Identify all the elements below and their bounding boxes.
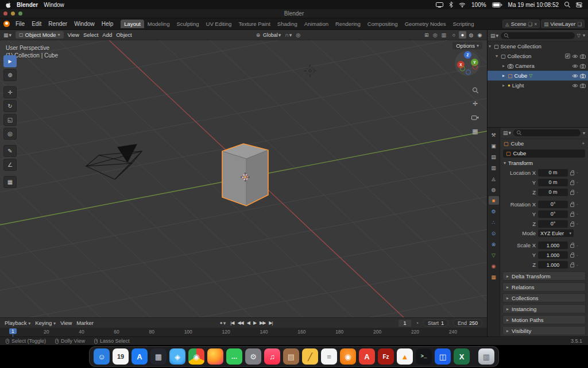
tool-add-cube-button[interactable]: ▦	[3, 176, 17, 188]
section-motion-paths[interactable]: ▸ Motion Paths	[502, 315, 586, 324]
expand-icon[interactable]: ▾	[494, 53, 499, 59]
apple-menu-icon[interactable]	[6, 2, 11, 8]
outliner-row-collection[interactable]: ▾ ▢ Collection ✓	[488, 51, 588, 61]
outliner-row-camera[interactable]: ▸ Camera	[488, 61, 588, 71]
close-window-button[interactable]	[3, 12, 7, 16]
workspace-tab-texture-paint[interactable]: Texture Paint	[235, 20, 273, 28]
timeline-menu-view[interactable]: View	[60, 320, 72, 326]
lock-icon[interactable]	[570, 254, 574, 258]
expand-icon[interactable]: ▸	[501, 73, 506, 78]
toggle-ortho-icon[interactable]: ▦	[470, 126, 480, 136]
lock-icon[interactable]	[570, 182, 574, 185]
snapping-toggle[interactable]: ∩▾	[285, 32, 292, 38]
workspace-tab-uv-editing[interactable]: UV Editing	[203, 20, 235, 28]
render-visibility-icon[interactable]	[580, 54, 586, 59]
properties-tab-view-layer[interactable]: ▥	[489, 163, 499, 172]
dock-icon-system-settings[interactable]: ⚙	[245, 348, 261, 365]
macos-window-menu[interactable]: Window	[44, 2, 64, 8]
xray-toggle[interactable]: ▥	[441, 32, 446, 38]
menu-edit[interactable]: Edit	[29, 20, 44, 28]
properties-tab-tool[interactable]: ⚒	[489, 131, 499, 139]
properties-tab-modifiers[interactable]: ⚙	[489, 207, 499, 216]
properties-search-input[interactable]	[513, 129, 581, 136]
play-button[interactable]: ▶	[253, 320, 256, 325]
next-keyframe-button[interactable]: ▶▶	[260, 320, 265, 325]
collection-checkbox[interactable]: ✓	[565, 53, 570, 59]
dock-icon-blender[interactable]: ◉	[340, 348, 356, 365]
workspace-tab-scripting[interactable]: Scripting	[449, 20, 477, 28]
animate-dot-icon[interactable]: ∙	[577, 170, 578, 175]
shading-wireframe-button[interactable]: ○	[450, 31, 458, 39]
dock-icon-pdf-viewer[interactable]: A	[359, 348, 375, 365]
timeline-menu-playback[interactable]: Playback ▾	[5, 320, 30, 326]
lock-icon[interactable]	[570, 172, 574, 175]
new-view-layer-icon[interactable]: ❏	[577, 21, 582, 27]
screen-mirroring-icon[interactable]	[436, 2, 443, 7]
dock-icon-messages[interactable]: …	[226, 348, 242, 365]
workspace-tab-sculpting[interactable]: Sculpting	[173, 20, 202, 28]
outliner-row-cube[interactable]: ▸ ▢ Cube ▽	[488, 71, 588, 80]
show-gizmo-toggle[interactable]: ⊞	[424, 32, 429, 38]
workspace-tab-geometry-nodes[interactable]: Geometry Nodes	[401, 20, 450, 28]
section-collections[interactable]: ▸ Collections	[502, 293, 586, 302]
animate-dot-icon[interactable]: ∙	[577, 189, 578, 195]
dock-icon-music[interactable]: ♫	[264, 348, 280, 365]
expand-icon[interactable]: ▾	[488, 44, 492, 49]
prev-keyframe-button[interactable]: ◀◀	[237, 320, 243, 325]
render-visibility-icon[interactable]	[580, 64, 586, 68]
outliner-row-scene-collection[interactable]: ▾ ▢ Scene Collection	[488, 41, 588, 51]
frame-start-field[interactable]: Start1	[423, 319, 448, 327]
camera-view-icon[interactable]	[470, 113, 480, 122]
editor-type-button[interactable]: ▦▾	[3, 32, 11, 38]
lock-icon[interactable]	[570, 204, 574, 207]
dock-icon-vlc[interactable]: ▲	[397, 348, 413, 365]
hide-eye-icon[interactable]	[572, 64, 578, 68]
tool-transform-button[interactable]: ◎	[3, 128, 17, 140]
section-delta-transform[interactable]: ▸ Delta Transform	[502, 271, 586, 281]
scale-z-field[interactable]: 1.000	[538, 261, 568, 269]
current-frame-field[interactable]: 1	[399, 320, 411, 327]
hide-eye-icon[interactable]	[572, 54, 578, 59]
tool-move-button[interactable]: ✛	[3, 86, 17, 98]
tool-select-box-button[interactable]: ►	[3, 55, 17, 67]
section-visibility[interactable]: ▸ Visibility	[502, 326, 586, 335]
scene-selector[interactable]: ◬ Scene ❏ ×	[502, 20, 540, 28]
dock-icon-safari[interactable]: ◈	[169, 348, 185, 365]
minimize-window-button[interactable]	[11, 12, 15, 16]
animate-dot-icon[interactable]: ∙	[577, 201, 578, 207]
expand-icon[interactable]: ▸	[501, 83, 506, 88]
dock-icon-excel[interactable]: X	[454, 348, 470, 365]
location-x-field[interactable]: 0 m	[538, 169, 568, 177]
scale-y-field[interactable]: 1.000	[538, 251, 568, 259]
outliner-search-input[interactable]	[501, 32, 575, 39]
jump-to-end-button[interactable]: ▶|	[269, 320, 272, 325]
rotation-z-field[interactable]: 0°	[538, 220, 568, 228]
transform-panel-header[interactable]: ▾ Transform	[500, 159, 588, 168]
tool-rotate-button[interactable]: ↻	[3, 100, 17, 112]
timeline-menu-marker[interactable]: Marker	[76, 320, 94, 326]
properties-tab-world[interactable]: ◍	[489, 185, 499, 194]
properties-tab-scene[interactable]: ◬	[489, 174, 499, 183]
dock-icon-trash[interactable]: ▥	[478, 348, 494, 365]
options-dropdown[interactable]: Options ▾	[452, 42, 482, 49]
workspace-tab-compositing[interactable]: Compositing	[364, 20, 401, 28]
proportional-editing-toggle[interactable]: ◎	[296, 32, 300, 38]
unlink-scene-icon[interactable]: ×	[534, 21, 537, 27]
workspace-tab-rendering[interactable]: Rendering	[332, 20, 364, 28]
dock-icon-docker[interactable]: ◫	[435, 348, 451, 365]
tool-cursor-button[interactable]: ⊕	[3, 69, 17, 81]
properties-tab-data[interactable]: ▽	[489, 251, 499, 259]
dock-icon-finder[interactable]: ☺	[94, 348, 110, 365]
lock-icon[interactable]	[570, 244, 574, 248]
render-visibility-icon[interactable]	[580, 74, 586, 78]
show-overlays-toggle[interactable]: ◎	[433, 32, 438, 38]
properties-tab-texture[interactable]: ▦	[489, 273, 499, 281]
location-z-field[interactable]: 0 m	[538, 189, 568, 196]
rotation-mode-dropdown[interactable]: XYZ Euler ▾	[538, 229, 574, 237]
menu-view[interactable]: View	[68, 32, 79, 38]
lock-icon[interactable]	[570, 223, 574, 227]
dock-icon-calendar[interactable]: 19	[113, 348, 129, 365]
workspace-tab-shading[interactable]: Shading	[274, 20, 301, 28]
properties-tab-constraints[interactable]: ⊗	[489, 240, 499, 248]
bluetooth-icon[interactable]	[449, 2, 453, 7]
